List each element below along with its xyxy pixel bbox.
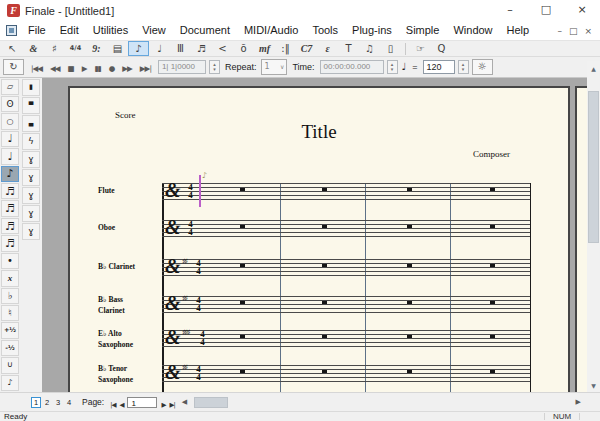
eighth-note[interactable]: ♪ (1, 166, 19, 182)
speedy-entry-tool[interactable]: ♩ (149, 41, 170, 56)
child-minimize-button[interactable]: – (557, 26, 562, 36)
menu-help[interactable]: Help (500, 21, 537, 40)
scroll-up-button[interactable]: ▲ (587, 62, 600, 75)
thirty-second-note[interactable]: ♬ (1, 200, 19, 216)
sixteenth-note[interactable]: ♬ (1, 183, 19, 199)
staff-bb-bass-clarinet[interactable]: &♯♯44 (162, 296, 530, 313)
grace-note[interactable]: ♪ (1, 375, 19, 391)
key-signature-tool[interactable]: ♯ (44, 41, 65, 56)
page-number-input[interactable]: 1 (127, 397, 157, 408)
horizontal-scroll-thumb[interactable] (194, 397, 228, 408)
minimize-button[interactable]: – (492, 0, 528, 21)
hyperscribe-tool[interactable]: Ⅲ (170, 41, 191, 56)
document-icon[interactable] (6, 25, 17, 36)
sixty-fourth-note[interactable]: ♬ (1, 218, 19, 234)
measure-tool[interactable]: ▤ (107, 41, 128, 56)
vertical-scrollbar[interactable]: ▲ ▼ (587, 61, 600, 393)
quarter-rest[interactable]: ϟ (22, 133, 40, 150)
horizontal-scrollbar[interactable] (192, 397, 571, 408)
one-twenty-eighth-note[interactable]: ♬ (1, 235, 19, 251)
half-step-down[interactable]: -½ (1, 340, 19, 356)
prev-page-button[interactable]: ◀ (117, 401, 125, 409)
maximize-button[interactable]: □ (528, 0, 564, 21)
tuplet-tool[interactable]: ♬ (191, 41, 212, 56)
whole-note[interactable]: ○ (1, 113, 19, 129)
first-page-button[interactable]: |◀ (108, 401, 117, 409)
child-close-button[interactable]: × (584, 26, 592, 36)
sixteenth-rest[interactable]: ɣ (22, 169, 40, 186)
forward-to-end-button[interactable]: ▶▶| (136, 61, 155, 77)
lyrics-tool[interactable]: ε (317, 41, 338, 56)
menu-window[interactable]: Window (446, 21, 499, 40)
staff-tool[interactable]: & (23, 41, 44, 56)
menu-document[interactable]: Document (173, 21, 237, 40)
selection-tool[interactable]: ↖ (2, 41, 23, 56)
menu-utilities[interactable]: Utilities (86, 21, 135, 40)
forward-button[interactable]: ▶▶ (118, 61, 136, 77)
zoom-tool[interactable]: Q (431, 41, 452, 56)
close-button[interactable]: × (564, 0, 600, 21)
next-page-button[interactable]: ▶ (159, 401, 167, 409)
double-whole-rest[interactable]: ▮ (22, 79, 40, 96)
menu-edit[interactable]: Edit (53, 21, 86, 40)
staff-bb-tenor-saxophone[interactable]: &♯♯44 (162, 365, 530, 382)
half-step-up[interactable]: +½ (1, 322, 19, 338)
menu-file[interactable]: File (21, 21, 53, 40)
time-field[interactable]: 00:00:00.000 (320, 60, 384, 74)
pause-button[interactable]: ▮▮ (90, 61, 104, 77)
articulation-tool[interactable]: õ (233, 41, 254, 56)
rewind-to-start-button[interactable]: |◀◀ (27, 61, 46, 77)
scroll-left-button[interactable]: ◀ (179, 398, 190, 406)
menu-midi-audio[interactable]: MIDI/Audio (237, 21, 305, 40)
menu-plug-ins[interactable]: Plug-ins (345, 21, 399, 40)
expression-tool[interactable]: mf (254, 41, 275, 56)
scroll-down-button[interactable]: ▼ (587, 379, 600, 392)
text-tool[interactable]: T (338, 41, 359, 56)
view-scale-1[interactable]: 1 (31, 397, 41, 408)
augmentation-dot[interactable]: • (1, 253, 19, 269)
tempo-spinner[interactable]: ▴▾ (458, 60, 469, 74)
menu-tools[interactable]: Tools (305, 21, 345, 40)
thirty-second-rest[interactable]: ɣ (22, 187, 40, 204)
eraser[interactable]: ▱ (1, 79, 19, 95)
menu-simple[interactable]: Simple (399, 21, 447, 40)
clef-tool[interactable]: 9: (86, 41, 107, 56)
rewind-button[interactable]: ◀◀ (46, 61, 64, 77)
play-button[interactable]: ▶ (78, 61, 91, 77)
natural[interactable]: ♮ (1, 305, 19, 321)
chord-tool[interactable]: C7 (296, 41, 317, 56)
child-restore-button[interactable]: □ (569, 26, 578, 36)
whole-rest[interactable]: ▀ (22, 97, 40, 114)
double-sharp[interactable]: x (1, 270, 19, 286)
time-signature-tool[interactable]: 4/4 (65, 41, 86, 56)
vertical-scroll-thumb[interactable] (588, 91, 599, 243)
view-scale-4[interactable]: 4 (64, 397, 74, 408)
hand-grabber-tool[interactable]: ☞ (410, 41, 431, 56)
double-whole-note[interactable]: ʘ (1, 96, 19, 112)
menu-view[interactable]: View (135, 21, 173, 40)
half-rest[interactable]: ▄ (22, 115, 40, 132)
loop-playback-button[interactable]: ↻ (3, 59, 24, 75)
staff-eb-alto-saxophone[interactable]: &♯♯♯44 (162, 330, 530, 347)
counter-spinner[interactable]: ▴▾ (209, 60, 220, 74)
staff-flute[interactable]: &44 (162, 183, 530, 200)
staff-oboe[interactable]: &44 (162, 220, 530, 237)
page-layout-tool[interactable]: ▯ (380, 41, 401, 56)
repeat-select[interactable]: 1 ∨ (261, 59, 287, 75)
tempo-field[interactable]: 120 (423, 60, 455, 74)
document-view[interactable]: Score Title Composer Flute&44Oboe&44B♭ C… (42, 78, 600, 393)
playback-counter-field[interactable]: 1| 1|0000 (158, 60, 206, 74)
staff-bb-clarinet[interactable]: &♯♯44 (162, 259, 530, 276)
quarter-note[interactable]: ♩ (1, 148, 19, 164)
stop-button[interactable]: ■ (64, 61, 78, 77)
sixty-fourth-rest[interactable]: ɣ (22, 205, 40, 222)
scroll-right-button[interactable]: ▶ (573, 398, 584, 406)
flat[interactable]: ♭ (1, 288, 19, 304)
eighth-rest[interactable]: ɣ (22, 151, 40, 168)
last-page-button[interactable]: ▶| (167, 401, 176, 409)
time-spinner[interactable]: ▴▾ (387, 60, 398, 74)
note-mover-tool[interactable]: ♫ (359, 41, 380, 56)
record-button[interactable]: ● (105, 61, 119, 77)
tie[interactable]: ∪ (1, 357, 19, 373)
half-note[interactable]: ♩ (1, 131, 19, 147)
